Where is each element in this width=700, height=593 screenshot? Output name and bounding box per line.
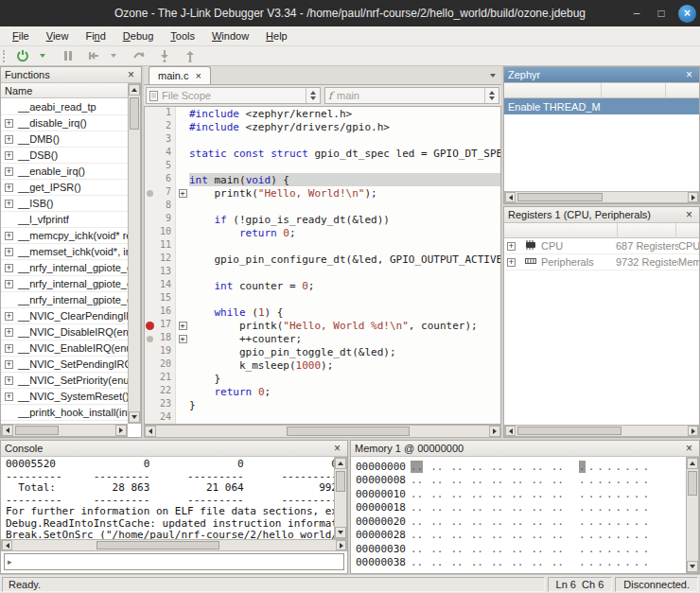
memory-ascii-char[interactable]: . <box>606 461 613 473</box>
memory-byte[interactable]: .. <box>511 556 523 568</box>
code-text[interactable] <box>189 133 500 147</box>
memory-ascii-char[interactable]: . <box>642 529 649 541</box>
memory-byte[interactable]: .. <box>532 570 544 572</box>
memory-ascii-char[interactable]: . <box>624 461 631 473</box>
expand-icon[interactable]: + <box>5 344 13 353</box>
memory-byte[interactable]: .. <box>491 570 503 572</box>
memory-ascii-char[interactable]: . <box>606 543 613 555</box>
memory-ascii-char[interactable]: . <box>642 501 649 514</box>
memory-vscrollbar[interactable] <box>686 457 699 573</box>
code-text[interactable]: while (1) { <box>189 305 500 319</box>
memory-byte[interactable]: .. <box>471 556 483 568</box>
memory-ascii-char[interactable]: . <box>642 570 649 572</box>
memory-byte[interactable]: .. <box>451 461 464 473</box>
code-line[interactable]: 23} <box>145 398 500 411</box>
memory-byte[interactable]: .. <box>430 543 443 555</box>
marker-gutter[interactable] <box>145 292 155 305</box>
memory-ascii-char[interactable]: . <box>597 461 604 473</box>
function-row[interactable]: +__nrfy_internal_gpiote_e <box>1 260 128 276</box>
marker-gutter[interactable] <box>145 372 155 385</box>
function-row[interactable]: +__memcpy_ichk(void* re <box>1 228 128 244</box>
memory-byte[interactable]: .. <box>511 543 523 555</box>
console-hscrollbar[interactable] <box>1 539 347 551</box>
scroll-up-icon[interactable] <box>687 458 698 469</box>
code-line[interactable]: 20 k_msleep(1000); <box>145 358 500 372</box>
tab-list-dropdown-icon[interactable] <box>490 74 496 78</box>
scroll-left-icon[interactable] <box>505 426 516 436</box>
scroll-left-icon[interactable] <box>505 192 516 202</box>
marker-gutter[interactable] <box>145 226 155 239</box>
reset-dropdown-icon[interactable] <box>104 48 122 64</box>
line-number[interactable]: 3 <box>155 133 176 147</box>
scroll-right-icon[interactable] <box>489 426 500 437</box>
memory-byte[interactable]: .. <box>551 556 564 568</box>
marker-gutter[interactable] <box>145 411 155 425</box>
code-line[interactable]: 21 } <box>145 372 500 385</box>
memory-ascii-char[interactable]: . <box>588 461 595 473</box>
expand-icon[interactable]: + <box>5 280 13 288</box>
memory-byte[interactable]: .. <box>551 515 564 528</box>
marker-gutter[interactable] <box>145 133 155 147</box>
memory-ascii-char[interactable]: . <box>634 570 640 572</box>
memory-ascii-char[interactable]: . <box>616 488 622 500</box>
function-row[interactable]: +__ISB() <box>1 196 128 212</box>
functions-hscrollbar[interactable] <box>1 424 128 437</box>
function-row[interactable]: +__DMB() <box>1 131 128 148</box>
memory-ascii-char[interactable]: . <box>597 570 604 572</box>
fold-gutter[interactable]: + <box>176 189 189 198</box>
memory-byte[interactable]: .. <box>471 515 483 528</box>
menu-view[interactable]: View <box>38 28 78 44</box>
line-number[interactable]: 9 <box>155 213 176 226</box>
function-row[interactable]: +__nrfy_internal_gpiote_e <box>1 276 128 292</box>
memory-ascii-char[interactable]: . <box>579 474 586 486</box>
zephyr-hscroll-thumb[interactable] <box>517 193 603 201</box>
registers-close-icon[interactable]: × <box>683 209 695 220</box>
memory-byte[interactable]: .. <box>471 474 483 486</box>
memory-ascii-char[interactable]: . <box>597 515 604 528</box>
zephyr-hscrollbar[interactable] <box>504 191 699 203</box>
code-text[interactable]: int counter = 0; <box>189 279 500 292</box>
fold-expand-icon[interactable]: + <box>179 335 187 343</box>
scroll-right-icon[interactable] <box>688 192 698 202</box>
memory-ascii-char[interactable]: . <box>616 501 622 514</box>
memory-byte[interactable]: .. <box>411 529 423 541</box>
code-line[interactable]: 13 <box>145 266 500 279</box>
function-row[interactable]: +__NVIC_DisableIRQ(enu <box>1 324 128 340</box>
code-line[interactable]: 4static const struct gpio_dt_spec led = … <box>145 147 500 160</box>
editor-hscroll-thumb[interactable] <box>287 427 410 436</box>
code-line[interactable]: 9 if (!gpio_is_ready_dt(&led)) <box>145 213 500 226</box>
memory-ascii-char[interactable]: . <box>624 488 631 500</box>
combo-spinner-icon[interactable] <box>306 88 320 103</box>
tid-column-header[interactable] <box>602 83 666 98</box>
power-debug-button[interactable] <box>13 48 31 64</box>
memory-ascii-char[interactable]: . <box>616 515 622 528</box>
marker-gutter[interactable] <box>145 266 155 279</box>
name-column-header[interactable]: Name <box>1 83 128 98</box>
memory-ascii-char[interactable]: . <box>642 461 649 473</box>
memory-byte[interactable]: .. <box>511 501 523 514</box>
line-number[interactable]: 11 <box>155 239 176 253</box>
expand-icon[interactable]: + <box>5 312 13 321</box>
code-line[interactable]: 1#include <zephyr/kernel.h> <box>145 107 500 120</box>
memory-ascii-char[interactable]: . <box>642 515 649 528</box>
marker-gutter[interactable] <box>145 253 155 266</box>
expand-icon[interactable]: + <box>5 248 13 256</box>
registers-hscroll-thumb[interactable] <box>517 427 621 435</box>
line-number[interactable]: 21 <box>155 372 176 385</box>
memory-byte[interactable]: .. <box>532 501 544 514</box>
console-vscrollbar[interactable] <box>334 457 347 539</box>
line-number[interactable]: 19 <box>155 345 176 358</box>
memory-byte[interactable]: .. <box>471 529 483 541</box>
memory-byte[interactable]: .. <box>551 543 564 555</box>
memory-close-icon[interactable]: × <box>683 443 695 454</box>
pause-button[interactable] <box>59 48 77 64</box>
memory-byte[interactable]: .. <box>491 556 503 568</box>
code-text[interactable]: return 0; <box>189 385 500 398</box>
memory-ascii-char[interactable]: . <box>597 556 604 568</box>
memory-byte[interactable]: .. <box>411 461 423 473</box>
functions-hscroll-thumb[interactable] <box>15 426 59 435</box>
functions-close-icon[interactable]: × <box>125 69 137 80</box>
memory-byte[interactable]: .. <box>451 570 464 572</box>
code-line[interactable]: 22 return 0; <box>145 385 500 398</box>
code-text[interactable]: if (!gpio_is_ready_dt(&led)) <box>189 213 500 226</box>
